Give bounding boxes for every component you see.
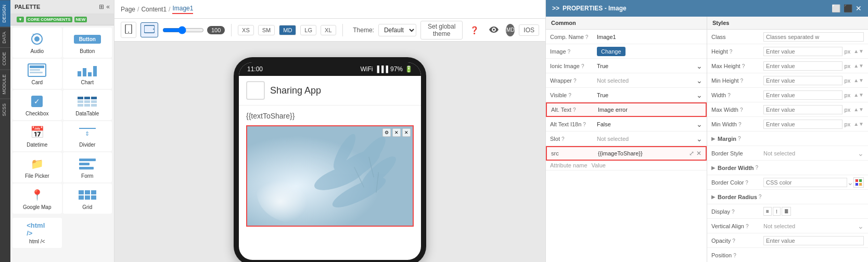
bordercolor-dropdown[interactable]: ⌄ [847,178,853,187]
class-input[interactable] [763,32,864,42]
maxheight-input[interactable] [763,61,843,71]
breakpoint-sm[interactable]: SM [258,25,275,35]
code-tab[interactable]: CODE [0,47,10,70]
tablet-device-btn[interactable] [141,22,158,37]
md-badge: MD [506,24,515,36]
palette-item-grid[interactable]: Grid [63,184,112,214]
module-tab[interactable]: MODULE [0,70,10,99]
borderradius-section[interactable]: ▶ Border Radius ? [707,190,868,204]
palette-icon-2[interactable]: « [106,3,110,10]
borderwidth-section[interactable]: ▶ Border Width ? [707,161,868,175]
panel-icon-1[interactable]: ⬜ [832,4,840,12]
breadcrumb-image1[interactable]: Image1 [172,5,193,14]
breakpoint-lg[interactable]: LG [300,25,316,35]
width-arrow[interactable]: ▲▼ [853,92,864,98]
alttexti18n-dropdown[interactable]: ⌄ [696,120,703,128]
display-align-center[interactable]: ⫶ [773,207,781,216]
visibility-icon-btn[interactable] [486,24,502,36]
palette-items-area: ♪ Audio Button Button [10,25,114,262]
minwidth-input[interactable] [763,120,843,129]
theme-select[interactable]: Default [378,24,416,36]
palette-item-filepicker[interactable]: 📁 File Picker [12,152,62,182]
breakpoint-md[interactable]: MD [279,25,296,35]
src-link-icon[interactable]: ⤢ [689,150,694,157]
palette-item-checkbox[interactable]: ✓ Checkbox [12,90,62,120]
display-align-left[interactable]: ≡ [763,207,772,216]
palette-item-button[interactable]: Button Button [63,28,112,58]
style-label-borderstyle: Border Style [711,150,763,156]
breadcrumb-page[interactable]: Page [121,6,135,13]
color-picker-btn[interactable] [853,177,864,188]
minwidth-arrow[interactable]: ▲▼ [853,121,864,127]
opacity-input[interactable] [763,236,864,245]
src-clear-icon[interactable]: ✕ [696,150,701,157]
palette-item-html[interactable]: <html /> html /< [12,218,62,248]
width-input[interactable] [763,90,843,100]
style-label-width: Width? [711,92,763,98]
palette-item-datetime[interactable]: 📅 Datetime [12,121,62,151]
core-components-header: ▼ CORE COMPONENTS NEW [10,14,114,25]
palette-item-datatable[interactable]: DataTable [63,90,112,120]
height-arrow[interactable]: ▲▼ [853,48,864,54]
prop-label-visible: Visible? [550,92,597,98]
prop-label-src: src [551,150,598,156]
ios-btn[interactable]: IOS [519,24,539,36]
global-theme-btn[interactable]: Set global theme [420,21,463,40]
phone-app-bar: Sharing App [239,76,421,106]
verticalalign-dropdown[interactable]: ⌄ [858,222,864,230]
svg-rect-20 [859,179,862,182]
prop-val-wrapper: Not selected [597,77,696,84]
image-settings-btn[interactable]: ⚙ [382,128,391,137]
palette-icon-1[interactable]: ⊞ [99,3,104,10]
ionic-dropdown[interactable]: ⌄ [696,62,703,70]
scss-tab[interactable]: SCSS [0,99,10,121]
slot-dropdown[interactable]: ⌄ [696,135,703,143]
height-input[interactable] [763,47,843,56]
panel-icon-3[interactable]: ✕ [856,4,862,12]
breakpoint-xs[interactable]: XS [238,25,254,35]
data-tab[interactable]: DATA [0,27,10,48]
image-delete-btn[interactable]: ✕ [402,128,411,137]
minheight-arrow[interactable]: ▲▼ [853,77,864,83]
right-panel: >> PROPERTIES - Image ⬜ ⬛ ✕ Common Comp.… [545,0,868,262]
borderwidth-label: Border Width [718,165,754,171]
panel-title-text: PROPERTIES - Image [563,5,627,12]
prop-row-alttext: Alt. Text? Image error [546,102,707,117]
maxwidth-input[interactable] [763,105,843,114]
svg-point-6 [153,29,154,30]
wifi-icon: WiFi [360,66,373,73]
image-hide-btn[interactable]: ✕ [392,128,401,137]
panel-icon-2[interactable]: ⬛ [844,4,852,12]
style-row-verticalalign: Vertical Align? Not selected ⌄ [707,219,868,233]
wrapper-dropdown[interactable]: ⌄ [696,76,703,85]
zoom-slider[interactable] [162,26,204,34]
margin-section[interactable]: ▶ Margin ? [707,132,868,146]
borderstyle-dropdown[interactable]: ⌄ [858,149,864,158]
breakpoint-xl[interactable]: XL [321,25,336,35]
style-val-verticalalign: Not selected [763,223,858,229]
minheight-input[interactable] [763,76,843,85]
palette-item-audio[interactable]: ♪ Audio [12,28,62,58]
prop-label-alttexti18n: Alt Text I18n? [550,121,597,127]
panel-title-arrows: >> [552,5,559,12]
breadcrumb-content1[interactable]: Content1 [141,6,167,13]
phone-device-btn[interactable] [121,22,136,38]
battery-icon: 🔋 [405,66,413,73]
canvas-area: 11:00 WiFi ▐▐▐ 97% 🔋 Sharing App {{textT… [114,42,545,262]
maxwidth-arrow[interactable]: ▲▼ [853,107,864,112]
image-container[interactable]: ⚙ ✕ ✕ [246,125,414,227]
display-align-right[interactable]: ≣ [782,207,791,216]
palette-item-card[interactable]: Card [12,59,62,89]
visible-dropdown[interactable]: ⌄ [696,91,703,99]
image-change-btn[interactable]: Change [597,47,626,56]
palette-item-divider[interactable]: ⇕ Divider [63,121,112,151]
palette-panel: PALETTE ⊞ « ▼ CORE COMPONENTS NEW ♪ Audi… [10,0,114,262]
bordercolor-input[interactable] [763,178,847,187]
style-label-position: Position? [711,252,763,258]
help-icon-btn[interactable]: ❓ [467,24,482,36]
design-tab[interactable]: DESIGN [0,0,10,27]
maxheight-arrow[interactable]: ▲▼ [853,63,864,69]
palette-item-form[interactable]: Form [63,152,112,182]
palette-item-chart[interactable]: Chart [63,59,112,89]
palette-item-googlemap[interactable]: 📍 Google Map [12,184,62,214]
